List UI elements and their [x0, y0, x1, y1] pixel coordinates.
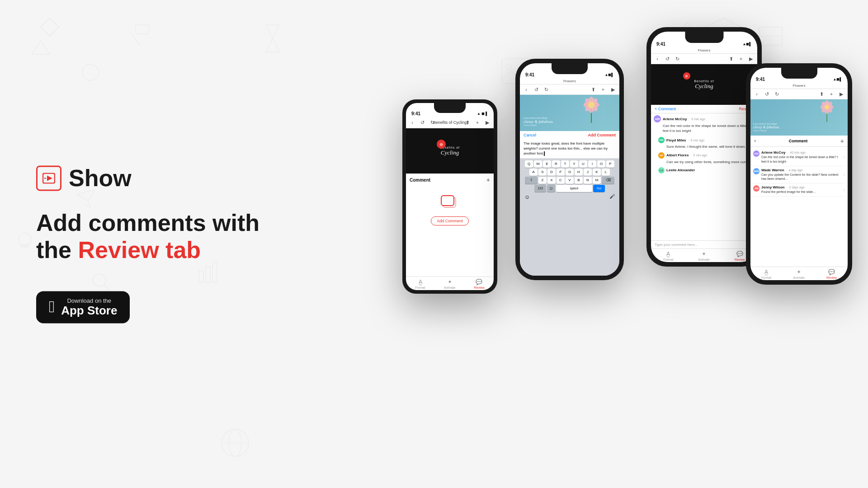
kb-c[interactable]: C — [557, 177, 565, 184]
phone3-add-icon[interactable]: + — [737, 55, 745, 62]
phone3-tab-review[interactable]: 💬 Review — [735, 251, 745, 261]
phone4-tab-animate[interactable]: ✦ Animate — [793, 269, 805, 279]
phone4-comment-add-btn[interactable]: + — [840, 137, 844, 145]
phone3-play-icon[interactable]: ▶ — [747, 55, 755, 62]
phone1-play-icon[interactable]: ▶ — [484, 119, 491, 126]
phone4-screen: 9:41 ▲◼▌ Flowers ‹ ↺ ↻ ⬆ + ▶ — [750, 68, 848, 280]
kb-123[interactable]: 123 — [534, 185, 546, 192]
appstore-small-text: Download on the — [61, 297, 117, 304]
phone2-kb-row4: 123 ☺ space Go — [521, 185, 618, 192]
phone2-cancel-btn[interactable]: Cancel — [524, 133, 536, 137]
phone2-keyboard[interactable]: Q W E R T Y U I O P A S D F G H — [520, 159, 619, 276]
phone1-format-icon: A̲ — [419, 279, 422, 285]
kb-go[interactable]: Go — [593, 185, 605, 192]
kb-e[interactable]: E — [543, 160, 551, 168]
phone3-share-icon[interactable]: ⬆ — [727, 55, 735, 62]
phone3-animate-label: Animate — [698, 258, 710, 261]
phone3-back-btn[interactable]: < Comment — [655, 107, 676, 111]
phone3-reply-3: LA Leslie Alexander — [658, 167, 755, 174]
phone2-back-icon[interactable]: ‹ — [523, 86, 530, 93]
phone1-tab-animate[interactable]: ✦ Animate — [444, 279, 456, 289]
phone4-undo-icon[interactable]: ↺ — [763, 90, 770, 98]
phone1-bubble-front — [441, 195, 454, 206]
phone1-tab-format[interactable]: A̲ Format — [415, 279, 425, 289]
phone3-comment-list: AM Arlene McCoy · 9 min ago Can the red … — [651, 113, 757, 240]
phone1-add-icon[interactable]: + — [474, 119, 481, 126]
phone3-tab-animate[interactable]: ✦ Animate — [698, 251, 710, 261]
phone1-tab-review[interactable]: 💬 Review — [474, 279, 485, 289]
phone1-review-label: Review — [474, 286, 485, 289]
phone1-add-comment-btn[interactable]: Add Comment — [431, 216, 469, 225]
phone4-tab-format[interactable]: A̲ Format — [761, 269, 771, 279]
kb-o[interactable]: O — [597, 160, 605, 168]
phone2-undo-icon[interactable]: ↺ — [533, 86, 540, 93]
kb-j[interactable]: J — [584, 169, 592, 176]
kb-q[interactable]: Q — [525, 160, 533, 168]
kb-x[interactable]: X — [547, 177, 556, 184]
phone1-back-icon[interactable]: ‹ — [409, 119, 416, 126]
phone2-add-comment-action[interactable]: Add Comment — [588, 133, 616, 137]
kb-l[interactable]: L — [602, 169, 610, 176]
appstore-button[interactable]:  Download on the App Store — [36, 291, 130, 324]
kb-u[interactable]: U — [579, 160, 587, 168]
phone4-share-icon[interactable]: ⬆ — [818, 90, 825, 98]
kb-space[interactable]: space — [556, 185, 592, 192]
phone3-redo-icon[interactable]: ↻ — [674, 55, 681, 62]
phone4-time-1-val: a day ago — [788, 169, 802, 172]
phone3-thread-input[interactable]: Type your comment here... — [651, 240, 757, 249]
phone4-play-icon[interactable]: ▶ — [838, 90, 845, 98]
phone4-text-2: Found the perfect image for the slide... — [761, 190, 844, 194]
phone3-bike-slide: ⊕ Benefits of Cycling — [651, 64, 757, 105]
phone2-redo-icon[interactable]: ↻ — [542, 86, 550, 93]
kb-w[interactable]: W — [534, 160, 542, 168]
kb-f[interactable]: F — [557, 169, 565, 176]
kb-r[interactable]: R — [552, 160, 560, 168]
kb-i[interactable]: I — [588, 160, 596, 168]
phone2-share-icon[interactable]: ⬆ — [590, 86, 597, 93]
kb-z[interactable]: Z — [538, 177, 547, 184]
kb-p[interactable]: P — [606, 160, 614, 168]
phone4-nav-left: ‹ ↺ ↻ — [753, 90, 780, 98]
phone1-undo-icon[interactable]: ↺ — [419, 119, 426, 126]
kb-h[interactable]: H — [575, 169, 583, 176]
kb-b[interactable]: B — [575, 177, 583, 184]
kb-v[interactable]: V — [566, 177, 574, 184]
kb-y[interactable]: Y — [570, 160, 578, 168]
phone3-reply-1-text: Sure Arlene, I thought the same, will to… — [658, 144, 755, 149]
phone4-add-icon[interactable]: + — [828, 90, 835, 98]
kb-g[interactable]: G — [566, 169, 574, 176]
kb-delete[interactable]: ⌫ — [602, 177, 614, 184]
phone4-redo-icon[interactable]: ↻ — [773, 90, 780, 98]
phone3-back-icon[interactable]: ‹ — [654, 55, 661, 62]
kb-m[interactable]: M — [593, 177, 601, 184]
phone3-undo-icon[interactable]: ↺ — [664, 55, 671, 62]
phone1-nav-right: ⬆ + ▶ — [464, 119, 491, 126]
phone4-format-label: Format — [761, 276, 771, 279]
phone2-text-input[interactable]: The image looks great, does the font hav… — [520, 139, 619, 159]
kb-emoji[interactable]: ☺ — [547, 185, 555, 192]
phone4-name-0: Arlene McCoy — [761, 150, 785, 155]
phone2-frame: 9:41 ▲◼▌ Flowers ‹ ↺ ↻ ⬆ + ▶ — [515, 59, 624, 280]
kb-a[interactable]: A — [529, 169, 538, 176]
kb-n[interactable]: N — [584, 177, 592, 184]
svg-rect-5 — [22, 245, 28, 248]
kb-s[interactable]: S — [538, 169, 547, 176]
phone4-back-icon[interactable]: ‹ — [753, 90, 760, 98]
phone3-text-0: Can the red color in the shape be toned … — [654, 123, 755, 133]
kb-t[interactable]: T — [561, 160, 569, 168]
phone4-frame: 9:41 ▲◼▌ Flowers ‹ ↺ ↻ ⬆ + ▶ — [746, 63, 852, 285]
phone1-add-btn[interactable]: + — [486, 176, 490, 183]
kb-k[interactable]: K — [593, 169, 601, 176]
phone2-screen: 9:41 ▲◼▌ Flowers ‹ ↺ ↻ ⬆ + ▶ — [520, 63, 619, 276]
phone2-add-icon[interactable]: + — [599, 86, 607, 93]
kb-d[interactable]: D — [547, 169, 556, 176]
phone4-animate-label: Animate — [793, 276, 805, 279]
phone4-tab-review[interactable]: 💬 Review — [826, 269, 837, 279]
phone3-reply-3-name: Leslie Alexander — [666, 168, 695, 172]
phone4-text-0: Can the red color in the shape be toned … — [761, 155, 844, 164]
phone3-tab-format[interactable]: A̲ Format — [663, 251, 673, 261]
phone2-time: 9:41 — [525, 72, 534, 77]
kb-shift[interactable]: ⇧ — [525, 177, 538, 184]
phone3-name-0: Arlene McCoy — [663, 117, 687, 121]
phone2-play-icon[interactable]: ▶ — [609, 86, 617, 93]
